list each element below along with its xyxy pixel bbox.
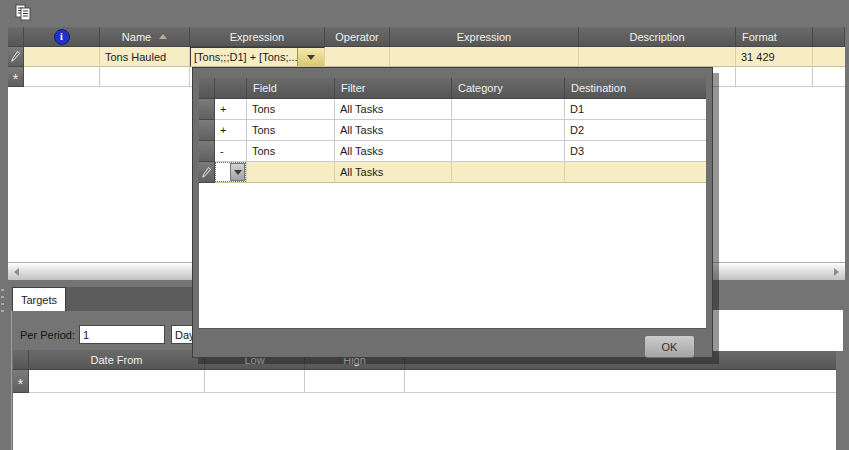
format-cell[interactable]: 31 429 xyxy=(736,47,813,67)
app-window: i Name Expression Operator Expression De… xyxy=(0,0,849,450)
expressions-grid-header: i Name Expression Operator Expression De… xyxy=(8,27,845,47)
row-indicator-header[interactable] xyxy=(13,350,29,370)
field-cell[interactable]: Tons xyxy=(247,99,335,120)
operator-dropdown-button[interactable] xyxy=(230,163,245,181)
field-cell[interactable]: Tons xyxy=(247,141,335,162)
destination-cell[interactable]: D2 xyxy=(565,120,706,141)
per-period-input[interactable] xyxy=(79,325,165,344)
date-from-cell[interactable] xyxy=(29,370,205,393)
date-from-column-header[interactable]: Date From xyxy=(29,350,205,370)
destination-cell[interactable]: D1 xyxy=(565,99,706,120)
expression2-cell[interactable] xyxy=(390,47,579,67)
new-row-indicator[interactable]: * xyxy=(13,370,29,393)
scroll-left-button[interactable] xyxy=(8,263,25,280)
field-cell[interactable]: Tons xyxy=(247,120,335,141)
new-row-indicator[interactable]: * xyxy=(8,67,24,87)
row-indicator-header[interactable] xyxy=(199,78,215,99)
expression-column-header[interactable]: Expression xyxy=(190,27,325,47)
operator-column-header[interactable] xyxy=(215,78,247,99)
scroll-right-icon xyxy=(834,268,839,276)
operator-cell[interactable]: + xyxy=(215,120,247,141)
info-column-header[interactable]: i xyxy=(24,27,100,47)
targets-grid: Date From Low High * xyxy=(13,350,836,450)
filler-cell xyxy=(405,370,836,393)
description-cell[interactable] xyxy=(579,47,736,67)
row-indicator[interactable] xyxy=(199,141,215,162)
term-row: + Tons All Tasks D2 xyxy=(199,120,706,141)
filler-column-header xyxy=(813,27,845,47)
expression-editor-text: [Tons;;;D1] + [Tons;... xyxy=(191,48,297,66)
operator-cell[interactable]: + xyxy=(215,99,247,120)
category-cell[interactable] xyxy=(452,162,565,183)
copy-icon[interactable] xyxy=(15,4,33,22)
high-cell[interactable] xyxy=(305,370,405,393)
info-cell[interactable] xyxy=(24,47,100,67)
info-icon: i xyxy=(54,29,70,45)
edit-row-indicator[interactable] xyxy=(199,162,215,183)
expression-dropdown-button[interactable] xyxy=(297,48,324,66)
splitter-grip[interactable] xyxy=(1,289,4,313)
scroll-right-button[interactable] xyxy=(828,263,845,280)
operator-cell[interactable]: - xyxy=(215,141,247,162)
category-cell[interactable] xyxy=(452,99,565,120)
destination-cell[interactable]: D3 xyxy=(565,141,706,162)
row-indicator-header[interactable] xyxy=(8,27,24,47)
operator-column-header[interactable]: Operator xyxy=(325,27,390,47)
pencil-icon xyxy=(202,167,211,178)
term-row: - Tons All Tasks D3 xyxy=(199,141,706,162)
category-column-header[interactable]: Category xyxy=(452,78,565,99)
term-row: + Tons All Tasks D1 xyxy=(199,99,706,120)
filter-column-header[interactable]: Filter xyxy=(335,78,452,99)
tab-targets[interactable]: Targets xyxy=(12,287,66,311)
row-indicator[interactable] xyxy=(199,99,215,120)
grid-row-tons-hauled: Tons Hauled [Tons;;;D1] + [Tons;... 31 4… xyxy=(8,47,845,67)
chevron-down-icon xyxy=(307,55,315,60)
filter-cell[interactable]: All Tasks xyxy=(335,120,452,141)
sort-ascending-icon xyxy=(159,34,167,39)
ok-button[interactable]: OK xyxy=(644,335,695,358)
filter-cell[interactable]: All Tasks xyxy=(335,141,452,162)
per-period-label: Per Period: xyxy=(20,329,75,341)
terms-grid-header: Field Filter Category Destination xyxy=(199,78,706,99)
field-column-header[interactable]: Field xyxy=(247,78,335,99)
name-cell[interactable] xyxy=(100,67,190,87)
destination-column-header[interactable]: Destination xyxy=(565,78,706,99)
scroll-left-icon xyxy=(14,268,19,276)
operator-combo-cell xyxy=(215,162,247,183)
operator-combo[interactable] xyxy=(215,162,246,182)
expression-builder-popup: Field Filter Category Destination + To xyxy=(192,67,713,358)
panel-edge xyxy=(11,311,12,450)
operator-cell[interactable] xyxy=(325,47,390,67)
info-cell[interactable] xyxy=(24,67,100,87)
format-column-header[interactable]: Format xyxy=(736,27,813,47)
chevron-down-icon xyxy=(234,170,242,175)
filter-cell[interactable]: All Tasks xyxy=(335,99,452,120)
new-row-icon: * xyxy=(18,375,23,388)
expression2-column-header[interactable]: Expression xyxy=(390,27,579,47)
name-cell[interactable]: Tons Hauled xyxy=(100,47,190,67)
row-indicator[interactable] xyxy=(199,120,215,141)
category-cell[interactable] xyxy=(452,141,565,162)
field-cell[interactable] xyxy=(247,162,335,183)
filter-cell[interactable]: All Tasks xyxy=(335,162,452,183)
name-column-header[interactable]: Name xyxy=(100,27,190,47)
category-cell[interactable] xyxy=(452,120,565,141)
new-row-icon: * xyxy=(13,70,18,83)
edit-row-indicator[interactable] xyxy=(8,47,24,67)
expression-editor[interactable]: [Tons;;;D1] + [Tons;... xyxy=(190,47,325,67)
new-row: * xyxy=(13,370,836,393)
filler-cell xyxy=(813,47,845,67)
description-column-header[interactable]: Description xyxy=(579,27,736,47)
name-header-label: Name xyxy=(122,31,151,43)
low-cell[interactable] xyxy=(205,370,305,393)
pencil-icon xyxy=(11,51,20,62)
destination-cell[interactable] xyxy=(565,162,706,183)
filler-cell xyxy=(813,67,845,87)
format-cell[interactable] xyxy=(736,67,813,87)
expression-terms-grid: Field Filter Category Destination + To xyxy=(199,78,706,329)
term-edit-row: All Tasks xyxy=(199,162,706,183)
